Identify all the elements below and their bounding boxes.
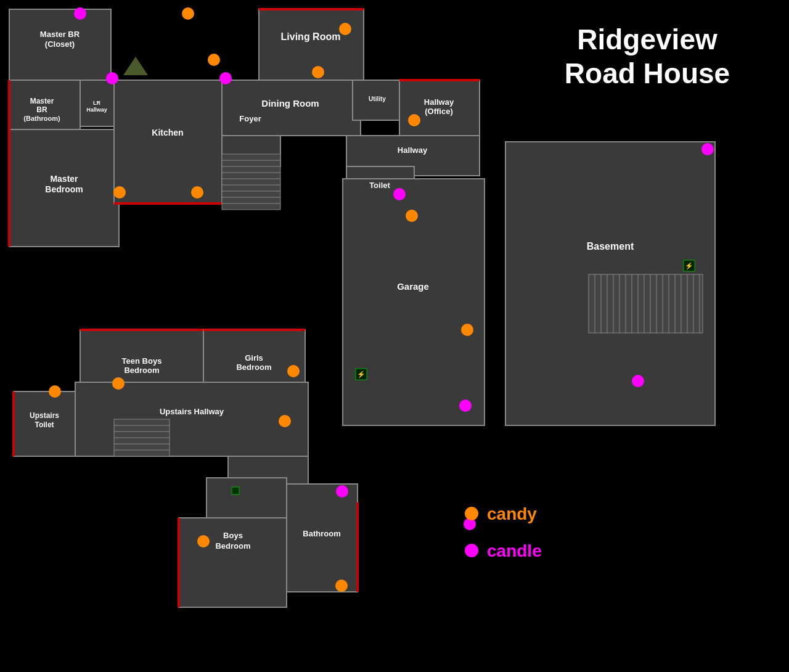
legend-candle-label: candle [487, 541, 542, 560]
candle-dot-2 [106, 72, 118, 84]
svg-text:Kitchen: Kitchen [152, 128, 183, 137]
svg-text:Hallway: Hallway [424, 97, 454, 107]
candy-dot-14 [197, 535, 210, 547]
svg-text:Bedroom: Bedroom [236, 363, 271, 372]
svg-text:Upstairs Hallway: Upstairs Hallway [160, 407, 224, 416]
svg-text:Garage: Garage [397, 281, 429, 292]
svg-rect-30 [589, 274, 703, 333]
svg-text:BR: BR [36, 105, 47, 114]
svg-text:⚡: ⚡ [357, 370, 366, 379]
svg-text:Foyer: Foyer [239, 114, 261, 123]
candle-dot-8 [336, 485, 348, 498]
candle-dot-6 [632, 375, 644, 387]
candle-dot-7 [459, 400, 472, 412]
svg-text:Dining Room: Dining Room [261, 98, 319, 109]
candy-dot-9 [461, 324, 473, 336]
svg-text:Bedroom: Bedroom [45, 184, 83, 194]
legend-candy-dot [465, 507, 478, 520]
svg-rect-8 [114, 80, 222, 203]
svg-text:Boys: Boys [223, 531, 243, 540]
candy-dot-10 [112, 377, 125, 390]
candy-dot-8 [406, 210, 418, 222]
candy-dot-2 [339, 23, 351, 35]
title-line2: Road House [565, 57, 730, 89]
svg-rect-9 [114, 202, 222, 205]
svg-text:Bedroom: Bedroom [124, 366, 159, 375]
candle-dot-4 [393, 188, 406, 200]
candy-dot-5 [113, 186, 126, 199]
svg-rect-6 [8, 219, 10, 247]
svg-text:(Closet): (Closet) [45, 39, 75, 49]
svg-text:Hallway: Hallway [86, 107, 107, 113]
svg-rect-64 [178, 518, 180, 607]
svg-text:LR: LR [93, 100, 100, 106]
candle-dot-1 [74, 7, 86, 20]
svg-text:Living Room: Living Room [281, 31, 341, 42]
svg-text:Bathroom: Bathroom [303, 529, 340, 538]
svg-text:Basement: Basement [587, 241, 634, 252]
svg-rect-50 [80, 329, 203, 331]
candy-dot-12 [287, 365, 300, 377]
svg-rect-67 [206, 478, 287, 518]
candy-dot-11 [49, 385, 61, 398]
title-line1: Ridgeview [577, 23, 717, 55]
svg-text:Upstairs: Upstairs [30, 411, 59, 420]
svg-rect-55 [75, 382, 308, 456]
candy-dot-15 [335, 580, 348, 592]
svg-rect-52 [203, 329, 305, 331]
svg-rect-21 [222, 154, 280, 210]
svg-rect-105 [232, 487, 239, 494]
svg-text:Master BR: Master BR [40, 30, 80, 39]
svg-text:Master: Master [50, 174, 78, 184]
svg-text:Utility: Utility [369, 96, 386, 102]
legend-candle-dot [465, 544, 478, 557]
svg-rect-66 [356, 502, 359, 592]
svg-rect-54 [12, 391, 15, 456]
svg-text:Toilet: Toilet [369, 181, 390, 190]
candy-dot-6 [191, 186, 203, 199]
svg-text:⚡: ⚡ [685, 261, 693, 270]
candy-dot-3 [208, 54, 220, 66]
candle-dot-3 [219, 72, 232, 84]
candy-dot-4 [312, 66, 324, 78]
svg-text:Bedroom: Bedroom [215, 541, 250, 551]
svg-text:Girls: Girls [245, 353, 263, 363]
candle-dot-5 [701, 143, 714, 155]
svg-rect-16 [399, 79, 480, 81]
svg-text:Teen Boys: Teen Boys [122, 356, 162, 366]
svg-rect-11 [259, 9, 364, 83]
svg-text:Master: Master [30, 97, 54, 105]
svg-text:Hallway: Hallway [398, 145, 428, 155]
svg-text:Toilet: Toilet [35, 420, 54, 429]
svg-text:(Bathroom): (Bathroom) [23, 115, 60, 122]
candy-dot-1 [182, 7, 194, 20]
svg-rect-12 [259, 8, 364, 10]
candy-dot-7 [408, 114, 420, 126]
legend-candy-label: candy [487, 504, 537, 523]
svg-text:(Office): (Office) [425, 107, 453, 116]
candy-dot-13 [279, 415, 291, 427]
svg-rect-5 [8, 80, 10, 129]
